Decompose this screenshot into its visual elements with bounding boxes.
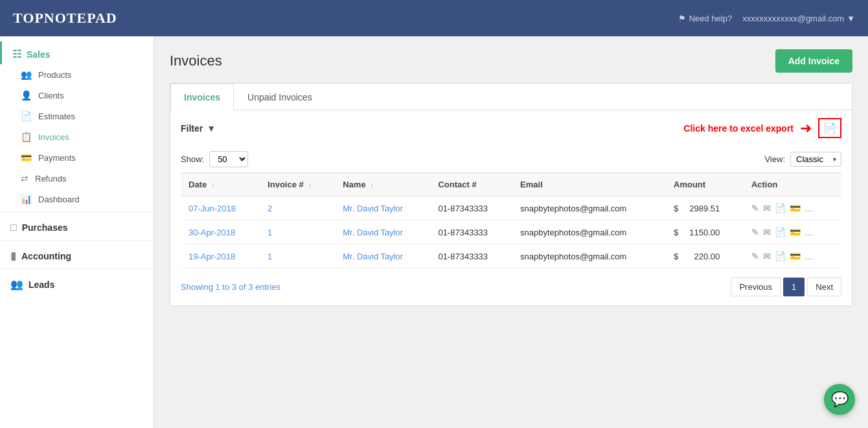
pdf-icon-0[interactable]: 📄 [775,203,786,213]
sidebar-item-estimates[interactable]: 📄 Estimates [0,106,154,126]
sidebar-divider-1 [0,212,154,213]
cell-invoice-0[interactable]: 2 [260,196,335,220]
edit-icon-0[interactable]: ✎ [751,203,759,213]
next-button[interactable]: Next [807,278,841,296]
help-icon: ⚑ [678,14,686,23]
need-help-link[interactable]: ⚑ Need help? [678,14,733,23]
cell-date-2[interactable]: 19-Apr-2018 [181,244,260,268]
page-number-1[interactable]: 1 [783,278,805,296]
col-contact: Contact # [430,173,512,196]
chat-bubble[interactable]: 💬 [824,384,855,415]
show-select-wrapper: 50 25 100 [209,151,248,167]
tab-invoices[interactable]: Invoices [170,84,234,110]
col-date: Date ↕ [181,173,260,196]
clients-icon: 👤 [21,90,32,101]
more-icon-1[interactable]: … [805,227,814,237]
sort-name-icon[interactable]: ↕ [371,182,374,189]
user-email[interactable]: xxxxxxxxxxxxx@gmail.com ▼ [742,14,855,23]
cell-email-2: snapbytephotos@gmail.com [512,244,666,268]
sidebar-purchases-header[interactable]: □ Purchases [0,215,154,237]
pagination: Previous 1 Next [731,278,841,296]
excel-export-button[interactable]: 📄 [818,118,841,138]
cell-contact-1: 01-87343333 [430,220,512,244]
cell-amount-2: $ 220.00 [666,244,744,268]
currency-symbol: $ [674,228,678,237]
col-name: Name ↕ [335,173,430,196]
cell-name-0[interactable]: Mr. David Taylor [335,196,430,220]
cell-action-1: ✎ ✉ 📄 💳 … [744,220,841,244]
sidebar-item-invoices[interactable]: 📋 Invoices [0,126,154,147]
sidebar-item-payments[interactable]: 💳 Payments [0,147,154,168]
show-control: Show: 50 25 100 [181,151,248,167]
col-action: Action [744,173,841,196]
tab-bar: Invoices Unpaid Invoices [170,84,852,110]
edit-icon-1[interactable]: ✎ [751,227,759,237]
estimates-icon: 📄 [21,111,32,121]
cell-name-1[interactable]: Mr. David Taylor [335,220,430,244]
invoices-icon: 📋 [21,132,32,142]
sidebar-divider-3 [0,268,154,269]
cell-invoice-2[interactable]: 1 [260,244,335,268]
purchases-icon: □ [10,222,17,233]
invoices-table: Date ↕ Invoice # ↕ Name ↕ [181,172,841,268]
add-invoice-button[interactable]: Add Invoice [775,49,852,73]
sidebar-divider-2 [0,240,154,241]
payments-icon: 💳 [21,152,32,163]
amount-value: 1150.00 [681,228,720,237]
cell-date-1[interactable]: 30-Apr-2018 [181,220,260,244]
sales-icon: ☷ [12,48,21,60]
table-row: 07-Jun-2018 2 Mr. David Taylor 01-873433… [181,196,841,220]
filter-control[interactable]: Filter ▼ [181,123,216,134]
sidebar-item-refunds[interactable]: ⇄ Refunds [0,168,154,189]
pdf-icon-1[interactable]: 📄 [775,227,786,237]
sidebar-item-dashboard[interactable]: 📊 Dashboard [0,189,154,209]
dashboard-icon: 📊 [21,194,32,204]
excel-export-area: Click here to excel export ➜ 📄 [683,118,841,138]
cell-date-0[interactable]: 07-Jun-2018 [181,196,260,220]
sidebar-accounting-header[interactable]: ▮ Accounting [0,243,154,266]
col-invoice-num: Invoice # ↕ [260,173,335,196]
cell-invoice-1[interactable]: 1 [260,220,335,244]
page-title: Invoices [170,53,222,69]
sidebar-sales-header[interactable]: ☷ Sales [0,42,154,64]
pdf-icon-2[interactable]: 📄 [775,251,786,261]
more-icon-2[interactable]: … [805,251,814,261]
table-row: 30-Apr-2018 1 Mr. David Taylor 01-873433… [181,220,841,244]
show-label: Show: [181,154,204,164]
cell-amount-0: $ 2989.51 [666,196,744,220]
sort-date-icon[interactable]: ↕ [212,182,215,189]
tab-unpaid-invoices[interactable]: Unpaid Invoices [234,84,326,110]
more-icon-0[interactable]: … [805,203,814,213]
view-select[interactable]: Classic Modern [790,152,841,167]
payment-icon-2[interactable]: 💳 [790,251,801,261]
view-select-wrapper: Classic Modern [790,152,841,167]
excel-export-text: Click here to excel export [683,123,794,134]
sidebar-item-products[interactable]: 👥 Products [0,64,154,85]
excel-arrow-icon: ➜ [800,120,812,137]
showing-text: Showing 1 to 3 of 3 entries [181,282,280,292]
previous-button[interactable]: Previous [731,278,781,296]
email-icon-1[interactable]: ✉ [763,227,771,237]
edit-icon-2[interactable]: ✎ [751,251,759,261]
table-footer: Showing 1 to 3 of 3 entries Previous 1 N… [170,268,852,305]
payment-icon-1[interactable]: 💳 [790,227,801,237]
email-icon-0[interactable]: ✉ [763,203,771,213]
cell-contact-0: 01-87343333 [430,196,512,220]
body-layout: ☷ Sales 👥 Products 👤 Clients 📄 Estimates… [0,36,868,428]
dropdown-icon: ▼ [847,14,855,23]
invoices-panel: Invoices Unpaid Invoices Filter ▼ Click … [170,83,852,306]
sort-invoice-icon[interactable]: ↕ [308,182,312,189]
amount-value: 2989.51 [681,204,720,213]
cell-amount-1: $ 1150.00 [666,220,744,244]
sidebar-item-clients[interactable]: 👤 Clients [0,85,154,106]
main-content: Invoices Add Invoice Invoices Unpaid Inv… [154,36,868,428]
table-header-row: Date ↕ Invoice # ↕ Name ↕ [181,173,841,196]
cell-contact-2: 01-87343333 [430,244,512,268]
cell-name-2[interactable]: Mr. David Taylor [335,244,430,268]
show-select[interactable]: 50 25 100 [209,151,248,167]
view-control: View: Classic Modern [764,152,841,167]
sidebar-leads-header[interactable]: 👥 Leads [0,272,154,294]
cell-action-2: ✎ ✉ 📄 💳 … [744,244,841,268]
payment-icon-0[interactable]: 💳 [790,203,801,213]
email-icon-2[interactable]: ✉ [763,251,771,261]
